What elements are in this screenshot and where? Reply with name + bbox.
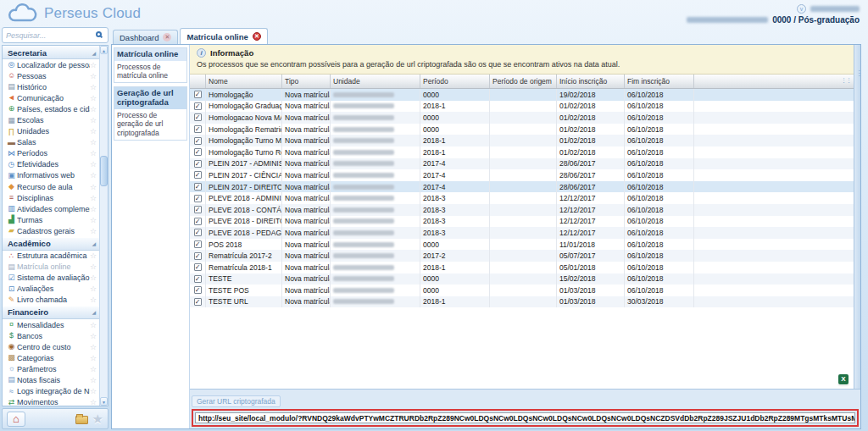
column-header-fim[interactable]: Fim inscrição [625,75,694,88]
sidebar-item-categorias[interactable]: ▩ Categorias ☆ [3,352,99,363]
sidebar-item-localizador-de-pessoas[interactable]: ◎ Localizador de pessoas ☆ [3,59,99,70]
row-checkbox[interactable]: ✓ [194,171,202,179]
row-checkbox[interactable]: ✓ [194,252,202,260]
sidebar-item-centro-de-custo[interactable]: ◉ Centro de custo ☆ [3,341,99,352]
sidebar-item-estrutura-academica[interactable]: ∴ Estrutura acadêmica ☆ [3,251,99,262]
column-header-origem[interactable]: Período de origem [490,75,557,88]
sidebar-item-historico[interactable]: ▤ Histórico ☆ [3,81,99,92]
favorite-star-icon[interactable]: ☆ [90,376,97,384]
row-checkbox[interactable]: ✓ [194,240,202,248]
sidebar-item-bancos[interactable]: $ Bancos ☆ [3,330,99,341]
sidebar-item-mensalidades[interactable]: ¤ Mensalidades ☆ [3,319,99,330]
row-checkbox[interactable]: ✓ [194,229,202,236]
column-header-nome[interactable]: Nome [206,75,282,88]
search-input[interactable] [6,31,94,40]
favorite-star-icon[interactable]: ☆ [90,94,97,102]
folder-icon[interactable] [75,416,88,424]
table-row[interactable]: ✓ Homologação Rematricula Pos Nova matrí… [190,124,854,135]
column-header-inicio[interactable]: Início inscrição [557,75,625,88]
sidebar-item-movimentos[interactable]: ⇄ Movimentos ☆ [3,397,99,406]
favorite-star-icon[interactable]: ☆ [90,183,97,191]
table-row[interactable]: ✓ PLEVE 2018 - PEDAGOGIA Nova matrícula … [190,227,854,239]
sidebar-item-cadastros-gerais[interactable]: ▰ Cadastros gerais ☆ [3,225,99,236]
sidebar-item-paises-estados-e-cidades[interactable]: ⊕ Países, estados e cidades ☆ [3,103,99,114]
table-row[interactable]: ✓ PLEVE 2018 - ADMINISTRAÇÃO Nova matríc… [190,192,854,204]
favorite-star-icon[interactable]: ☆ [90,138,97,146]
table-row[interactable]: ✓ Homologacao Nova MAT Nova matrícula 00… [190,112,854,124]
favorite-star-icon[interactable]: ☆ [90,171,97,180]
row-checkbox[interactable]: ✓ [194,148,202,156]
submenu-item-matricula-online[interactable]: Matrícula online Processos de matrícula … [114,47,187,83]
sidebar-item-livro-chamada[interactable]: ✎ Livro chamada ☆ [3,295,99,306]
sidebar-section-academico[interactable]: Acadêmico ◢ [3,237,99,251]
favorite-star-icon[interactable]: ☆ [90,61,97,69]
row-checkbox[interactable]: ✓ [194,102,202,110]
favorite-star-icon[interactable]: ☆ [90,343,97,351]
table-row[interactable]: ✓ TESTE Nova matrícula 0000 15/02/2018 0… [190,274,854,285]
sidebar-item-turmas[interactable]: ▟ Turmas ☆ [3,214,99,225]
favorite-star-icon[interactable]: ☆ [90,251,97,260]
favorite-star-icon[interactable]: ☆ [90,332,97,340]
sidebar-item-comunicacao[interactable]: ◄ Comunicação ☆ [3,92,99,103]
row-checkbox[interactable]: ✓ [194,91,202,98]
favorite-star-icon[interactable]: ☆ [90,354,97,362]
sidebar-item-salas[interactable]: ▬ Salas ☆ [3,137,99,148]
column-header-unidade[interactable]: Unidade [331,75,420,88]
column-header-periodo[interactable]: Período [420,75,490,88]
tab-close-icon[interactable]: ✕ [253,32,261,41]
scroll-down-icon[interactable]: ▼ [100,397,108,406]
favorite-star-icon[interactable]: ☆ [90,365,97,373]
sidebar-section-financeiro[interactable]: Financeiro ◢ [3,306,99,319]
tab-matricula-online[interactable]: Matricula online ✕ [180,28,267,44]
favorite-star-icon[interactable]: ☆ [90,194,97,202]
row-checkbox[interactable]: ✓ [194,113,202,121]
sidebar-item-efetividades[interactable]: ◷ Efetividades ☆ [3,159,99,170]
sidebar-item-recurso-de-aula[interactable]: ◆ Recurso de aula ☆ [3,181,99,192]
favorite-star-icon[interactable]: ☆ [90,285,97,293]
table-row[interactable]: ✓ PLEVE 2018 - DIREITO Nova matrícula 20… [190,216,854,228]
panel-splitter[interactable]: ⋮ [854,45,860,389]
user-menu-chevron-icon[interactable]: v [797,4,806,14]
row-checkbox[interactable]: ✓ [194,137,202,145]
table-row[interactable]: ✓ Rematrícula 2018-1 Nova matrícula 2018… [190,262,854,274]
sidebar-section-secretaria[interactable]: Secretaria ◢ [3,46,99,59]
favorite-star-icon[interactable]: ☆ [90,72,97,80]
favorite-star-icon[interactable]: ☆ [90,116,97,124]
sidebar-item-logs-integracao-de-nfs-e[interactable]: ≈ Logs integração de NFS-e ☆ [3,386,99,397]
table-row[interactable]: ✓ Homologação Turno Matricula Nova matrí… [190,135,854,146]
row-checkbox[interactable]: ✓ [194,275,202,283]
table-row[interactable]: ✓ Rematrícula 2017-2 Nova matrícula 2017… [190,250,854,262]
generate-url-button[interactable]: Gerar URL criptografada [192,395,281,407]
table-row[interactable]: ✓ POS 2018 Nova matrícula 0000 11/01/201… [190,239,854,251]
favorite-star-icon[interactable]: ☆ [90,83,97,91]
favorite-star-icon[interactable]: ☆ [90,262,97,271]
favorite-star-icon[interactable]: ☆ [90,274,97,282]
home-button[interactable]: ⌂ [7,412,25,427]
sidebar-item-periodos[interactable]: ⋈ Períodos ☆ [3,148,99,159]
sidebar-item-avaliacoes[interactable]: ⊡ Avaliações ☆ [3,284,99,295]
table-row[interactable]: ✓ Homologação Nova matrícula 0000 19/02/… [190,89,854,101]
row-checkbox[interactable]: ✓ [194,206,202,213]
favorite-star-icon[interactable]: ☆ [90,387,97,395]
sidebar-item-pessoas[interactable]: ☺ Pessoas ☆ [3,70,99,81]
table-row[interactable]: ✓ PLEIN 2017 - DIREITO Nova matrícula 20… [190,181,854,193]
row-checkbox[interactable]: ✓ [194,160,202,168]
export-excel-icon[interactable]: X [838,374,849,384]
row-checkbox[interactable]: ✓ [194,286,202,294]
sidebar-item-informativos-web[interactable]: ▣ Informativos web ☆ [3,170,99,181]
tab-close-icon[interactable]: ✕ [163,33,171,41]
favorite-star-icon[interactable]: ☆ [90,216,97,224]
table-row[interactable]: ✓ Homologação Graduação Nova matrícula 2… [190,101,854,113]
sidebar-item-atividades-complementares[interactable]: ▥ Atividades complementares ☆ [3,203,99,214]
favorite-star-icon[interactable]: ☆ [90,149,97,157]
favorite-star-icon[interactable]: ☆ [90,160,97,169]
sidebar-item-parametros[interactable]: ☼ Parâmetros ☆ [3,363,99,374]
favorites-icon[interactable]: ★ [92,412,103,425]
favorite-star-icon[interactable]: ☆ [90,227,97,235]
favorite-star-icon[interactable]: ☆ [90,205,97,213]
grid-options-icon[interactable]: ⋮⋮ [841,77,851,88]
sidebar-item-unidades[interactable]: ∏ Unidades ☆ [3,126,99,137]
scrollbar-thumb[interactable] [100,156,108,186]
column-header-select[interactable] [190,75,206,88]
tab-dashboard[interactable]: Dashboard ✕ [113,30,178,44]
